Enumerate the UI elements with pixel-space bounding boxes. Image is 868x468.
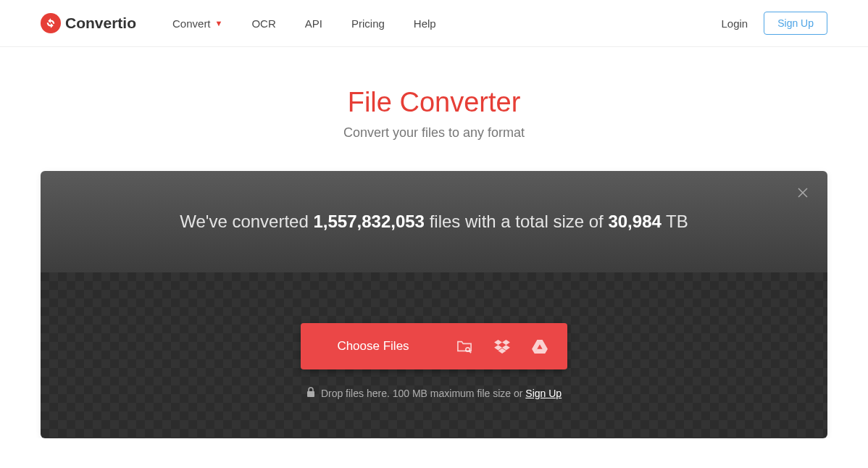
nav-help[interactable]: Help — [414, 17, 436, 30]
close-icon[interactable] — [797, 187, 809, 202]
login-link[interactable]: Login — [721, 17, 748, 30]
stats-middle: files with a total size of — [425, 212, 608, 231]
logo[interactable]: Convertio — [41, 13, 136, 33]
logo-icon — [41, 13, 61, 33]
converter-box: We've converted 1,557,832,053 files with… — [41, 171, 827, 438]
stats-size: 30,984 — [608, 212, 661, 231]
page-subtitle: Convert your files to any format — [0, 125, 868, 141]
stats-count: 1,557,832,053 — [313, 212, 424, 231]
source-icons — [446, 323, 567, 369]
dropzone[interactable]: Choose Files — [41, 272, 827, 438]
nav-convert-label: Convert — [172, 17, 211, 30]
nav-api[interactable]: API — [305, 17, 322, 30]
auth-actions: Login Sign Up — [721, 12, 827, 35]
google-drive-icon[interactable] — [521, 323, 559, 369]
drop-hint: Drop files here. 100 MB maximum file siz… — [41, 387, 827, 399]
stats-banner: We've converted 1,557,832,053 files with… — [41, 171, 827, 272]
choose-files-wrap: Choose Files — [301, 323, 567, 369]
signup-button[interactable]: Sign Up — [764, 12, 827, 35]
folder-search-icon[interactable] — [446, 323, 483, 369]
dropbox-icon[interactable] — [483, 323, 521, 369]
nav-convert[interactable]: Convert ▼ — [172, 17, 222, 30]
nav-ocr[interactable]: OCR — [251, 17, 275, 30]
signup-inline-link[interactable]: Sign Up — [525, 388, 562, 399]
nav-pricing[interactable]: Pricing — [351, 17, 385, 30]
drop-hint-text: Drop files here. 100 MB maximum file siz… — [321, 388, 525, 399]
logo-text: Convertio — [65, 14, 136, 32]
stats-prefix: We've converted — [180, 212, 313, 231]
choose-files-button[interactable]: Choose Files — [301, 323, 445, 369]
stats-suffix: TB — [662, 212, 688, 231]
header: Convertio Convert ▼ OCR API Pricing Help… — [0, 0, 868, 47]
lock-icon — [306, 387, 315, 399]
page-title: File Converter — [0, 87, 868, 118]
svg-point-0 — [465, 348, 469, 351]
chevron-down-icon: ▼ — [215, 19, 223, 28]
main-nav: Convert ▼ OCR API Pricing Help — [172, 17, 721, 30]
svg-rect-2 — [307, 391, 314, 397]
